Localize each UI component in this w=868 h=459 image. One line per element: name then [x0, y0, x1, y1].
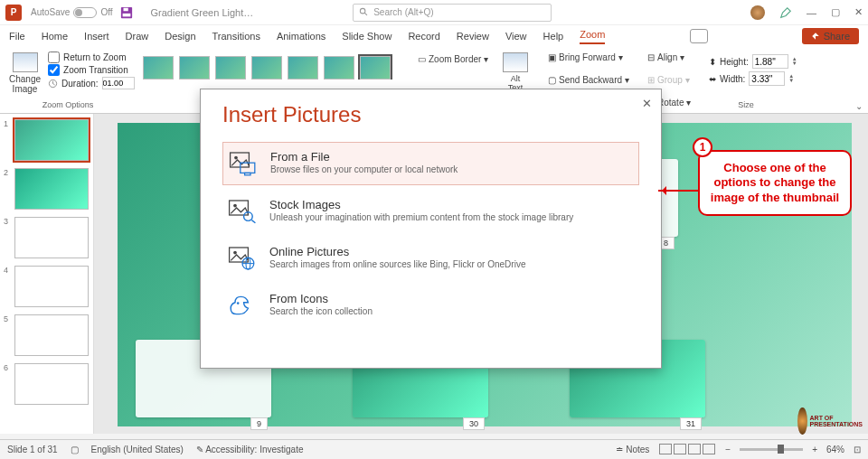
minimize-button[interactable]: — — [807, 7, 816, 18]
svg-rect-1 — [122, 13, 130, 16]
zoom-out-button[interactable]: − — [725, 445, 731, 454]
style-thumb[interactable] — [179, 56, 210, 80]
zoom-slider[interactable] — [740, 448, 803, 451]
slide-thumbnail[interactable]: 5 — [4, 314, 90, 356]
app-icon: P — [5, 5, 22, 21]
group-button[interactable]: ⊞ Group ▾ — [644, 73, 689, 87]
tab-record[interactable]: Record — [408, 31, 439, 42]
dialog-title: Insert Pictures — [222, 102, 639, 127]
tab-design[interactable]: Design — [165, 31, 195, 42]
style-thumb[interactable] — [288, 56, 318, 80]
dialog-close-button[interactable]: ✕ — [642, 97, 652, 110]
autosave-toggle[interactable]: AutoSave Off — [31, 7, 113, 18]
clock-icon — [48, 79, 58, 89]
share-button[interactable]: Share — [802, 28, 859, 44]
slide-thumbnail-panel: 1 2 3 4 5 6 — [0, 114, 94, 434]
zoom-border-button[interactable]: ▭ Zoom Border ▾ — [414, 52, 490, 66]
zoom-styles-gallery[interactable] — [143, 51, 400, 80]
ribbon-tabs: File Home Insert Draw Design Transitions… — [0, 25, 868, 47]
slide-thumbnail[interactable]: 2 — [4, 168, 90, 210]
zoom-in-button[interactable]: + — [812, 445, 817, 454]
option-stock-images[interactable]: Stock ImagesUnleash your imagination wit… — [222, 191, 639, 232]
save-icon[interactable] — [120, 6, 133, 19]
alt-text-button[interactable]: Alt Text — [501, 51, 530, 94]
alt-text-icon — [503, 52, 528, 72]
svg-line-13 — [251, 220, 255, 223]
comments-button[interactable] — [690, 29, 708, 43]
tab-zoom[interactable]: Zoom — [580, 29, 605, 44]
spellcheck-icon[interactable]: ▢ — [71, 445, 79, 454]
svg-rect-9 — [245, 173, 250, 174]
option-from-file[interactable]: From a FileBrowse files on your computer… — [222, 142, 639, 185]
accessibility-status[interactable]: ✎ Accessibility: Investigate — [196, 445, 304, 454]
style-thumb[interactable] — [324, 56, 354, 80]
slide-thumbnail[interactable]: 3 — [4, 217, 90, 258]
annotation-number: 1 — [693, 137, 712, 157]
style-thumb[interactable] — [215, 56, 246, 80]
tab-insert[interactable]: Insert — [84, 31, 109, 42]
pen-icon[interactable] — [779, 6, 792, 19]
file-icon — [229, 150, 258, 177]
tab-slideshow[interactable]: Slide Show — [342, 31, 392, 42]
group-label-zoom-options: Zoom Options — [7, 100, 128, 109]
send-backward-button[interactable]: ▢ Send Backward ▾ — [544, 73, 629, 87]
style-thumb[interactable] — [360, 56, 391, 80]
document-name[interactable]: Gradient Green Light… — [151, 7, 254, 18]
notes-button[interactable]: ≐ Notes — [616, 445, 649, 454]
search-icon — [359, 7, 369, 17]
stock-images-icon — [228, 198, 257, 225]
height-field[interactable]: ⬍ Height:▲▼ — [709, 54, 783, 69]
svg-point-3 — [361, 8, 366, 14]
slide-thumbnail[interactable]: 1 — [4, 119, 90, 161]
return-to-zoom-checkbox[interactable]: Return to Zoom — [48, 52, 135, 63]
search-input[interactable]: Search (Alt+Q) — [353, 4, 552, 22]
svg-rect-2 — [123, 7, 127, 11]
group-label-size: Size — [703, 100, 788, 109]
align-button[interactable]: ⊟ Align ▾ — [644, 51, 689, 64]
watermark-logo — [797, 407, 807, 435]
style-thumb[interactable] — [251, 56, 282, 80]
icons-icon — [228, 292, 257, 319]
style-thumb[interactable] — [143, 56, 174, 80]
slide-counter[interactable]: Slide 1 of 31 — [7, 445, 58, 454]
svg-point-7 — [234, 156, 238, 160]
user-avatar[interactable] — [750, 5, 765, 20]
annotation-arrow — [658, 190, 698, 192]
width-field[interactable]: ⬌ Width:▲▼ — [709, 71, 783, 86]
online-pictures-icon — [228, 245, 257, 272]
tab-home[interactable]: Home — [42, 31, 68, 42]
svg-point-11 — [233, 204, 237, 208]
status-bar: Slide 1 of 31 ▢ English (United States) … — [0, 439, 868, 459]
annotation-text: Choose one of the options to change the … — [698, 150, 852, 216]
watermark: ART OF PRESENTATIONS — [797, 403, 863, 439]
slide-thumbnail[interactable]: 6 — [4, 363, 90, 405]
annotation-callout: 1 Choose one of the options to change th… — [698, 150, 852, 216]
tab-transitions[interactable]: Transitions — [212, 31, 260, 42]
zoom-transition-checkbox[interactable]: Zoom Transition — [48, 64, 135, 76]
view-buttons[interactable] — [658, 444, 716, 456]
insert-pictures-dialog: ✕ Insert Pictures From a FileBrowse file… — [200, 89, 662, 369]
fit-to-window-button[interactable]: ⊡ — [854, 445, 861, 454]
tab-animations[interactable]: Animations — [277, 31, 326, 42]
zoom-level[interactable]: 64% — [826, 445, 844, 454]
collapse-ribbon-button[interactable]: ⌄ — [855, 101, 863, 111]
svg-point-15 — [233, 251, 237, 255]
language-status[interactable]: English (United States) — [91, 445, 184, 454]
tab-help[interactable]: Help — [543, 31, 564, 42]
picture-icon — [13, 52, 38, 72]
bring-forward-button[interactable]: ▣ Bring Forward ▾ — [544, 51, 629, 64]
close-button[interactable]: ✕ — [854, 6, 863, 18]
option-from-icons[interactable]: From IconsSearch the icon collection — [222, 285, 639, 326]
maximize-button[interactable]: ▢ — [831, 6, 840, 18]
duration-field[interactable]: Duration: — [48, 77, 135, 89]
tab-view[interactable]: View — [505, 31, 527, 42]
tab-file[interactable]: File — [9, 31, 25, 42]
tab-draw[interactable]: Draw — [126, 31, 149, 42]
svg-line-4 — [364, 13, 367, 15]
tab-review[interactable]: Review — [457, 31, 489, 42]
svg-point-19 — [237, 302, 240, 304]
slide-thumbnail[interactable]: 4 — [4, 266, 90, 307]
change-image-button[interactable]: Change Image — [7, 51, 42, 96]
option-online-pictures[interactable]: Online PicturesSearch images from online… — [222, 238, 639, 279]
